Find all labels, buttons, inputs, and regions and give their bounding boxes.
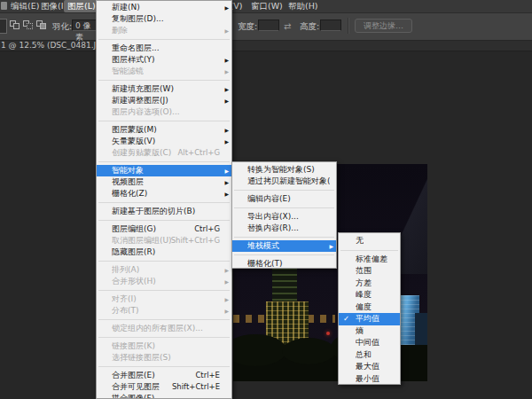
menu-item[interactable]: 方差	[339, 278, 400, 290]
menu-separator	[98, 220, 230, 221]
feather-label: 羽化:	[52, 20, 72, 33]
menu-item[interactable]: 最大值	[339, 361, 400, 373]
height-input[interactable]	[320, 20, 341, 31]
menu-item[interactable]: 导出内容(X)...	[232, 211, 336, 223]
menu-separator	[234, 190, 334, 191]
menu-item-label: 范围	[356, 265, 372, 278]
menu-item[interactable]: 标准偏差	[339, 254, 400, 266]
menu-item: 排列(A)▶	[97, 264, 231, 276]
menu-item: 取消图层编组(U)Shift+Ctrl+G	[97, 235, 231, 246]
menu-separator	[98, 366, 230, 367]
submenu-arrow-icon: ▶	[224, 305, 229, 317]
width-input[interactable]	[258, 20, 279, 31]
menu-item-shortcut: Ctrl+E	[195, 370, 225, 381]
menubar-item-window[interactable]: 窗口(W)	[251, 0, 283, 12]
subtract-from-selection-icon[interactable]	[23, 20, 35, 31]
menu-item[interactable]: 无	[339, 235, 400, 247]
menu-item-label: 合并形状(H)	[112, 276, 156, 287]
menu-item-label: 新建调整图层(J)	[112, 95, 168, 106]
swap-dimensions-icon[interactable]: ⇄	[284, 20, 291, 33]
menu-item-label: 排列(A)	[112, 264, 139, 276]
menu-item[interactable]: 总和	[339, 349, 400, 362]
intersect-selection-icon[interactable]	[36, 20, 48, 31]
menu-item: 选择链接图层(S)	[97, 352, 231, 364]
add-to-selection-icon[interactable]	[10, 20, 21, 31]
submenu-arrow-icon: ▶	[224, 66, 229, 77]
menu-item[interactable]: 矢量蒙版(V)▶	[97, 136, 231, 147]
menu-item-label: 对齐(I)	[112, 293, 137, 305]
menu-item[interactable]: 图层编组(G)Ctrl+G	[97, 223, 231, 235]
menu-item[interactable]: 智能对象▶	[97, 165, 231, 176]
stack-mode-submenu: 无标准偏差范围方差峰度偏度✓平均值熵中间值总和最大值最小值	[338, 232, 401, 385]
window-icon	[1, 2, 7, 10]
menu-item-label: 图层蒙版(M)	[112, 124, 157, 136]
menu-separator	[98, 261, 230, 262]
check-icon: ✓	[343, 313, 349, 325]
refine-edge-button[interactable]: 调整边缘…	[355, 19, 412, 33]
submenu-arrow-icon: ▶	[224, 165, 229, 176]
menu-item[interactable]: 新建基于图层的切片(B)	[97, 206, 231, 217]
menu-separator	[98, 290, 230, 291]
new-selection-icon[interactable]	[0, 19, 7, 34]
menu-item-label: 替换内容(R)...	[247, 223, 299, 234]
menu-item[interactable]: 合并可见图层Shift+Ctrl+E	[97, 381, 231, 393]
menu-item[interactable]: 复制图层(D)...	[97, 13, 231, 25]
menu-item-label: 导出内容(X)...	[247, 211, 299, 223]
menu-item[interactable]: 新建填充图层(W)▶	[97, 83, 231, 95]
menu-item[interactable]: 峰度	[339, 289, 400, 301]
menu-item-label: 重命名图层...	[112, 43, 160, 54]
photo-red-light	[326, 332, 330, 335]
menu-separator	[98, 337, 230, 338]
menu-separator	[98, 39, 230, 40]
menubar-item-edit[interactable]: 编辑(E)	[11, 0, 39, 12]
menu-item[interactable]: 转换为智能对象(S)	[232, 164, 336, 176]
menu-item-label: 图层内容选项(O)...	[112, 106, 180, 118]
menu-item-label: 峰度	[356, 289, 372, 301]
menu-item[interactable]: 图层蒙版(M)▶	[97, 124, 231, 136]
submenu-arrow-icon: ▶	[224, 2, 229, 13]
menu-item-label: 视频图层	[112, 176, 144, 188]
menu-item[interactable]: ✓平均值	[339, 313, 400, 325]
menu-item-label: 新建填充图层(W)	[112, 83, 174, 95]
menu-item[interactable]: 栅格化(Z)▶	[97, 188, 231, 200]
menu-item[interactable]: 栅格化(T)	[232, 258, 336, 269]
menu-separator	[234, 207, 334, 208]
menu-item-label: 删除	[112, 25, 128, 36]
menu-item[interactable]: 范围	[339, 265, 400, 278]
menubar-item-image[interactable]: 图像(I)	[41, 0, 66, 12]
menu-item-label: 选择链接图层(S)	[112, 352, 171, 364]
submenu-arrow-icon: ▶	[224, 276, 229, 287]
menu-item[interactable]: 图层样式(Y)▶	[97, 54, 231, 66]
menu-item[interactable]: 视频图层▶	[97, 176, 231, 188]
menu-item[interactable]: 隐藏图层(R)	[97, 246, 231, 258]
menubar-item-help[interactable]: 帮助(H)	[288, 0, 318, 12]
menu-item[interactable]: 通过拷贝新建智能对象(C)	[232, 176, 336, 187]
submenu-arrow-icon: ▶	[224, 124, 229, 136]
menu-separator	[340, 250, 398, 251]
menu-item[interactable]: 中间值	[339, 337, 400, 349]
menu-item-label: 图层编组(G)	[112, 223, 156, 235]
menu-item[interactable]: 编辑内容(E)	[232, 193, 336, 205]
menu-item[interactable]: 合并图层(E)Ctrl+E	[97, 370, 231, 381]
menu-item-label: 最大值	[356, 361, 379, 373]
menu-item[interactable]: 重命名图层...	[97, 43, 231, 54]
menu-item[interactable]: 拼合图像(F)	[97, 393, 231, 399]
menu-item: 删除▶	[97, 25, 231, 36]
menu-item[interactable]: 新建调整图层(J)▶	[97, 95, 231, 106]
menu-item-label: 平均值	[356, 313, 379, 325]
submenu-arrow-icon: ▶	[224, 83, 229, 95]
menu-item-label: 矢量蒙版(V)	[112, 136, 155, 147]
menu-item[interactable]: 新建(N)▶	[97, 2, 231, 13]
menu-item-label: 智能滤镜	[112, 66, 144, 77]
menubar-item-layer[interactable]: 图层(L)	[64, 0, 99, 12]
menu-item[interactable]: 熵	[339, 325, 400, 338]
menu-item: 合并形状(H)▶	[97, 276, 231, 287]
menu-item[interactable]: 最小值	[339, 373, 400, 386]
feather-input[interactable]: 0 像素	[72, 20, 98, 31]
menu-item[interactable]: 偏度	[339, 301, 400, 314]
menu-item-label: 标准偏差	[356, 254, 387, 266]
menu-item-label: 通过拷贝新建智能对象(C)	[247, 176, 330, 187]
menu-item: 智能滤镜▶	[97, 66, 231, 77]
menu-item[interactable]: 替换内容(R)...	[232, 223, 336, 234]
menu-item[interactable]: 堆栈模式▶	[232, 240, 336, 252]
